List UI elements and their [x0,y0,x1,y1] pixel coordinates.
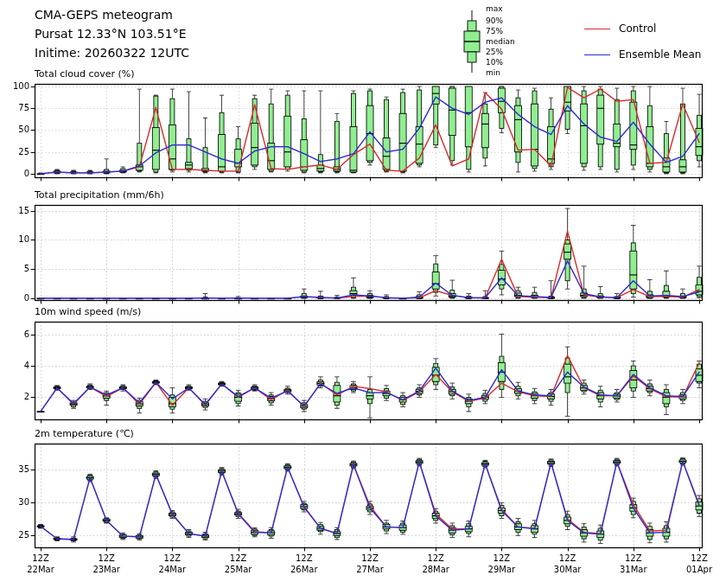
y-tick-label: 0 [3,292,29,304]
legend-label-control: Control [619,22,656,35]
legend-box-label-min: min [486,67,500,78]
legend-box-label-75: 75% [486,26,503,36]
y-tick-label: 75 [3,102,29,114]
meteogram-figure: CMA-GEPS meteogram Pursat 12.33°N 103.51… [0,0,726,588]
boxplot-legend-glyph [458,9,487,83]
legend-entry-control: Control [584,22,656,35]
legend-box-label-25: 25% [486,47,503,57]
legend-box-label-10: 10% [486,57,503,67]
x-tick-label: 12Z24Mar [146,553,198,575]
legend-box-label-max: max [486,3,503,14]
y-tick-label: 50 [3,124,29,136]
y-tick-label: 10 [3,233,29,246]
x-tick-label: 12Z30Mar [542,553,594,575]
x-tick-label: 12Z01Apr [673,553,725,575]
x-tick-label: 12Z29Mar [475,553,527,575]
y-tick-label: 5 [3,263,29,275]
x-tick-label: 12Z26Mar [278,553,330,575]
y-tick-label: 4 [3,360,29,372]
y-tick-label: 30 [3,496,29,508]
control-line-swatch [584,29,610,29]
panel-title-precipitation: Total precipitation (mm/6h) [35,189,164,201]
x-tick-label: 12Z28Mar [410,553,462,575]
x-tick-label: 12Z22Mar [15,553,67,575]
panel-title-cloud-cover: Total cloud cover (%) [35,68,135,80]
panel-title-temperature: 2m temperature (℃) [35,428,134,439]
y-tick-label: 25 [3,529,29,541]
figure-title: CMA-GEPS meteogram [35,5,173,24]
meteogram-canvas [0,0,726,588]
legend-entry-ensemble-mean: Ensemble Mean [584,48,701,61]
y-tick-label: 0 [3,168,29,180]
x-tick-label: 12Z23Mar [80,553,132,575]
y-tick-label: 15 [3,205,29,217]
y-tick-label: 100 [3,80,29,93]
y-tick-label: 25 [3,146,29,158]
y-tick-label: 35 [3,463,29,476]
ensemble-mean-line-swatch [584,54,610,55]
init-time: Initime: 20260322 12UTC [35,43,189,62]
x-tick-label: 12Z31Mar [608,553,659,575]
y-tick-label: 2 [3,391,29,403]
legend-box-label-median: median [486,36,515,47]
x-tick-label: 12Z25Mar [213,553,264,575]
y-tick-label: 6 [3,329,29,341]
station-coords: Pursat 12.33°N 103.51°E [35,24,186,43]
x-tick-label: 12Z27Mar [344,553,396,575]
legend-box-label-90: 90% [486,16,503,26]
legend-label-ensemble-mean: Ensemble Mean [619,48,701,61]
panel-title-wind-speed: 10m wind speed (m/s) [35,306,141,317]
